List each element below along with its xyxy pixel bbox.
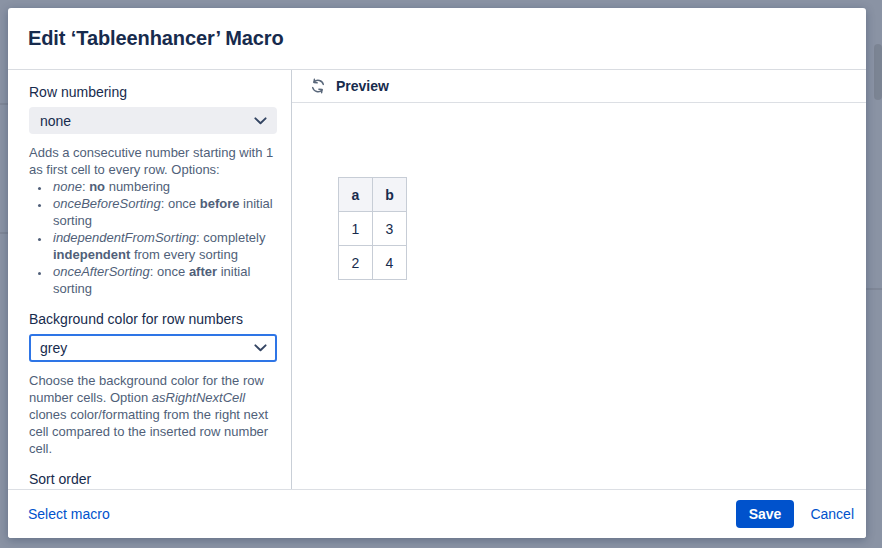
page-scrollbar-thumb: [874, 44, 882, 100]
save-button[interactable]: Save: [736, 500, 795, 528]
row-numbering-options-help: none: no numbering onceBeforeSorting: on…: [29, 178, 287, 297]
select-macro-link[interactable]: Select macro: [28, 506, 110, 522]
row-numbering-select[interactable]: none: [29, 107, 277, 134]
dialog-footer: Select macro Save Cancel: [8, 489, 866, 538]
table-header-cell: b: [373, 178, 407, 212]
table-row: 1 3: [339, 212, 407, 246]
option-help-item: onceAfterSorting: once after initial sor…: [51, 263, 287, 297]
backdrop-page-line: [0, 232, 8, 234]
preview-panel: Preview a b 1 3: [292, 70, 866, 489]
preview-table: a b 1 3 2 4: [338, 177, 407, 280]
background-color-value: grey: [40, 340, 67, 356]
background-color-select[interactable]: grey: [29, 334, 277, 362]
cancel-button[interactable]: Cancel: [810, 506, 854, 522]
preview-content: a b 1 3 2 4: [292, 103, 866, 280]
table-cell: 2: [339, 246, 373, 280]
table-cell: 4: [373, 246, 407, 280]
table-header-cell: a: [339, 178, 373, 212]
background-color-help: Choose the background color for the row …: [29, 372, 279, 457]
preview-title: Preview: [336, 78, 389, 94]
dialog-title-bar: Edit ‘Tableenhancer’ Macro: [8, 8, 866, 70]
row-numbering-label: Row numbering: [29, 84, 277, 101]
dialog-title: Edit ‘Tableenhancer’ Macro: [28, 27, 284, 50]
table-cell: 1: [339, 212, 373, 246]
backdrop-page-line: [866, 288, 882, 290]
chevron-down-icon: [254, 344, 267, 352]
option-help-item: none: no numbering: [51, 178, 287, 195]
chevron-down-icon: [254, 117, 267, 125]
sort-order-label: Sort order: [29, 471, 277, 488]
backdrop-page-line: [0, 103, 8, 105]
macro-edit-dialog: Edit ‘Tableenhancer’ Macro Row numbering…: [8, 8, 866, 538]
dialog-body: Row numbering none Adds a consecutive nu…: [8, 70, 866, 489]
option-help-item: independentFromSorting: completely indep…: [51, 229, 287, 263]
preview-header: Preview: [292, 70, 866, 103]
table-row: 2 4: [339, 246, 407, 280]
background-color-label: Background color for row numbers: [29, 311, 277, 328]
macro-parameters-panel[interactable]: Row numbering none Adds a consecutive nu…: [8, 70, 292, 489]
table-header-row: a b: [339, 178, 407, 212]
refresh-icon[interactable]: [310, 78, 326, 94]
footer-actions: Save Cancel: [736, 500, 854, 528]
row-numbering-value: none: [40, 113, 71, 129]
row-numbering-help: Adds a consecutive number starting with …: [29, 144, 279, 178]
option-help-item: onceBeforeSorting: once before initial s…: [51, 195, 287, 229]
table-cell: 3: [373, 212, 407, 246]
